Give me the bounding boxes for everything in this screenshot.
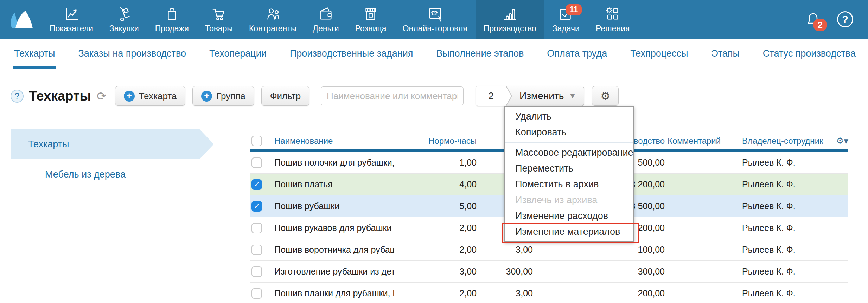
row-checkbox[interactable] — [251, 288, 262, 299]
tab-techprocesses[interactable]: Техпроцессы — [630, 39, 688, 69]
tab-techcards[interactable]: Техкарты — [14, 39, 55, 69]
page-help-glyph: ? — [15, 91, 19, 101]
tasks-badge: 11 — [566, 4, 581, 15]
row-hours: 4,00 — [394, 179, 477, 189]
app-logo[interactable] — [0, 0, 42, 39]
refresh-icon[interactable]: ⟳ — [97, 89, 107, 103]
row-owner: Рылеев К. Ф. — [739, 223, 823, 233]
menu-item-archive[interactable]: Поместить в архив — [505, 176, 633, 192]
online-store-icon — [427, 6, 443, 22]
row-owner: Рылеев К. Ф. — [739, 201, 823, 211]
filter-button[interactable]: Фильтр — [261, 86, 309, 106]
nav-item-tasks[interactable]: 11 Задачи — [544, 0, 588, 39]
nav-label: Решения — [596, 25, 630, 33]
tab-label: Этапы — [711, 48, 740, 59]
tab-production-orders[interactable]: Заказы на производство — [78, 39, 186, 69]
tab-label: Заказы на производство — [78, 48, 186, 59]
row-extra: 300,00 — [477, 266, 533, 277]
nav-label: Розница — [355, 25, 387, 33]
nav-item-money[interactable]: Деньги — [305, 0, 347, 39]
table-row[interactable]: Пошив планки для рубашки, М 2,00 3,00 20… — [250, 283, 848, 303]
menu-item-unarchive[interactable]: Извлечь из архива — [505, 192, 633, 208]
nav-label: Закупки — [109, 25, 139, 33]
nav-item-purchases[interactable]: Закупки — [101, 0, 147, 39]
topbar-right: 2 ? — [805, 0, 868, 39]
page-title: Техкарты — [29, 89, 91, 104]
row-checkbox[interactable] — [251, 245, 262, 255]
change-split-button[interactable]: 2 Изменить ▼ — [476, 86, 584, 106]
sidebar-item-techcards[interactable]: Техкарты — [11, 129, 214, 159]
search-input[interactable] — [321, 86, 464, 105]
help-button[interactable]: ? — [837, 11, 853, 27]
row-production: 300,00 — [533, 266, 665, 277]
menu-item-copy[interactable]: Копировать — [505, 124, 633, 140]
select-all-checkbox[interactable] — [251, 136, 262, 146]
tab-labor-payment[interactable]: Оплата труда — [547, 39, 607, 69]
nav-item-online-trade[interactable]: Онлайн-торговля — [395, 0, 476, 39]
chart-icon — [63, 6, 79, 22]
row-name: Изготовление рубашки из деталей — [274, 266, 394, 277]
row-name: Пошив рубашки — [274, 201, 394, 211]
menu-item-change-expenses[interactable]: Изменение расходов — [505, 208, 633, 224]
people-icon — [265, 6, 281, 22]
nav-item-indicators[interactable]: Показатели — [42, 0, 101, 39]
page-help-icon[interactable]: ? — [11, 90, 24, 103]
row-name: Пошив воротничка для рубашки — [274, 245, 394, 255]
row-extra: 3,00 — [477, 245, 533, 255]
nav-label: Показатели — [50, 25, 93, 33]
add-group-label: Группа — [216, 91, 245, 102]
nav-item-goods[interactable]: Товары — [197, 0, 241, 39]
tab-label: Производственные задания — [290, 48, 413, 59]
nav-item-counterparties[interactable]: Контрагенты — [241, 0, 305, 39]
row-checkbox[interactable] — [251, 179, 262, 190]
nav-item-retail[interactable]: Розница — [347, 0, 395, 39]
columns-settings-icon[interactable]: ⚙▾ — [823, 136, 848, 146]
notifications-button[interactable]: 2 — [805, 11, 822, 28]
caret-down-icon: ▼ — [569, 92, 576, 100]
cart-icon — [211, 6, 227, 22]
row-checkbox[interactable] — [251, 157, 262, 168]
row-hours: 3,00 — [394, 266, 477, 277]
row-owner: Рылеев К. Ф. — [739, 245, 823, 255]
tab-label: Техкарты — [14, 48, 55, 59]
nav-label: Производство — [484, 25, 536, 33]
row-hours: 2,00 — [394, 288, 477, 298]
nav-item-sales[interactable]: Продажи — [147, 0, 197, 39]
tab-stage-execution[interactable]: Выполнение этапов — [436, 39, 524, 69]
sidebar-item-label: Техкарты — [28, 139, 69, 150]
tab-production-status[interactable]: Статус производства — [763, 39, 856, 69]
add-techcard-button[interactable]: + Техкарта — [115, 86, 186, 106]
nav-label: Онлайн-торговля — [403, 25, 467, 33]
tab-label: Техпроцессы — [630, 48, 688, 59]
nav-label: Контрагенты — [249, 25, 296, 33]
table-row[interactable]: Пошив воротничка для рубашки 2,00 3,00 1… — [250, 239, 848, 261]
menu-item-change-materials[interactable]: Изменение материалов — [505, 224, 633, 240]
row-checkbox[interactable] — [251, 266, 262, 277]
table-row[interactable]: Изготовление рубашки из деталей 3,00 300… — [250, 261, 848, 283]
factory-icon — [502, 6, 518, 22]
bag-icon — [164, 6, 180, 22]
top-navigation-bar: Показатели Закупки Продажи Товары Контра — [0, 0, 868, 39]
change-dropdown-menu: Удалить Копировать Массовое редактирован… — [504, 106, 634, 242]
tab-production-tasks[interactable]: Производственные задания — [290, 39, 413, 69]
tab-techoperations[interactable]: Техоперации — [209, 39, 267, 69]
tab-label: Статус производства — [763, 48, 856, 59]
menu-item-mass-edit[interactable]: Массовое редактирование — [505, 145, 633, 161]
sidebar-item-wood-furniture[interactable]: Мебель из дерева — [45, 169, 126, 180]
nav-label: Продажи — [155, 25, 189, 33]
row-checkbox[interactable] — [251, 201, 262, 212]
add-group-button[interactable]: + Группа — [192, 86, 254, 106]
menu-item-move[interactable]: Переместить — [505, 161, 633, 176]
settings-button[interactable]: ⚙ — [592, 86, 619, 106]
header-name[interactable]: Наименование — [274, 136, 394, 146]
tab-stages[interactable]: Этапы — [711, 39, 740, 69]
row-production: 200,00 — [533, 288, 665, 298]
row-production: 100,00 — [533, 245, 665, 255]
row-hours: 1,00 — [394, 157, 477, 168]
change-label: Изменить — [519, 90, 564, 102]
nav-item-production[interactable]: Производство — [476, 0, 544, 39]
nav-item-solutions[interactable]: Решения — [588, 0, 638, 39]
header-hours: Нормо-часы — [394, 136, 477, 146]
row-checkbox[interactable] — [251, 223, 262, 233]
menu-item-delete[interactable]: Удалить — [505, 109, 633, 124]
